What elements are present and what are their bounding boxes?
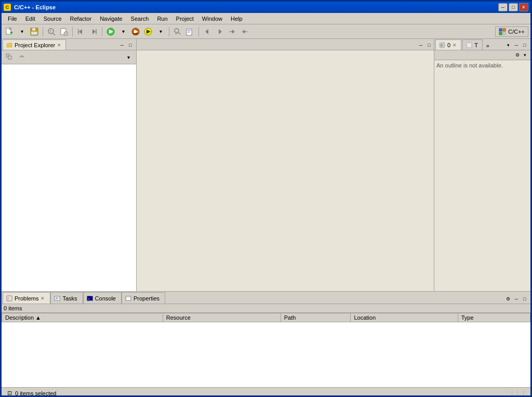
bottom-panels: ! Problems ✕ Tasks >_	[2, 291, 530, 387]
menu-help[interactable]: Help	[227, 15, 247, 23]
external-tools-button[interactable]	[142, 26, 154, 37]
menu-navigate[interactable]: Navigate	[96, 15, 126, 23]
svg-marker-34	[232, 30, 235, 34]
tasks-tab[interactable]: Tasks	[50, 292, 83, 304]
new-dropdown-button[interactable]: ▾	[16, 26, 28, 37]
outline-extra-tabs-btn[interactable]: »	[484, 42, 492, 50]
nav-prev-button[interactable]	[202, 26, 213, 37]
outline-content: An outline is not available.	[434, 60, 530, 291]
link-editor-button[interactable]	[16, 51, 28, 63]
project-explorer-content	[2, 64, 136, 291]
outline-zero-icon: 0	[439, 42, 445, 48]
svg-rect-5	[32, 28, 35, 31]
view-menu-button[interactable]: ▾	[123, 51, 134, 63]
outline-minimize-btn[interactable]: ─	[513, 42, 520, 49]
editor-tab-bar: ─ □	[137, 39, 434, 50]
svg-text:T: T	[49, 30, 52, 33]
search-prev-button[interactable]	[172, 26, 183, 37]
outline-action-btn[interactable]: ⚙	[514, 51, 521, 59]
menu-bar: File Edit Source Refactor Navigate Searc…	[2, 13, 530, 24]
svg-rect-37	[499, 29, 502, 31]
svg-line-8	[53, 33, 55, 35]
tasks-tab-label: Tasks	[62, 295, 77, 302]
col-path[interactable]: Path	[281, 313, 351, 322]
window-title: C/C++ - Eclipse	[14, 4, 56, 10]
bottom-minimize-btn[interactable]: ─	[513, 295, 520, 303]
collapse-all-button[interactable]	[4, 51, 15, 63]
restore-button[interactable]: □	[509, 3, 518, 11]
top-panels: Project Explorer ✕ ─ □	[2, 39, 530, 291]
run-dropdown-button[interactable]: ▾	[117, 26, 129, 37]
maximize-panel-btn[interactable]: □	[127, 42, 134, 49]
editor-maximize-btn[interactable]: □	[425, 42, 433, 49]
nav-forward-button[interactable]	[239, 26, 250, 37]
outline-tab-0-close[interactable]: ✕	[453, 43, 457, 48]
svg-rect-6	[31, 32, 37, 35]
problems-tab-label: Problems	[15, 295, 38, 302]
menu-refactor[interactable]: Refactor	[66, 15, 96, 23]
editor-controls: ─ □	[416, 40, 434, 50]
nav-next-button[interactable]	[214, 26, 225, 37]
svg-rect-42	[8, 56, 11, 59]
col-description[interactable]: Description ▲	[2, 313, 163, 322]
toolbar-sep-1	[43, 27, 43, 36]
outline-menu-btn[interactable]: ▾	[521, 51, 528, 59]
svg-text:>_: >_	[88, 297, 92, 300]
search-next-button[interactable]	[184, 26, 196, 37]
prev-edit-button[interactable]	[75, 26, 87, 37]
project-explorer-panel: Project Explorer ✕ ─ □	[2, 39, 137, 291]
problems-tab-close[interactable]: ✕	[41, 296, 45, 301]
toolbar: ▾ T	[2, 24, 530, 39]
outline-view-menu-btn[interactable]: ▾	[504, 42, 512, 49]
menu-source[interactable]: Source	[39, 15, 66, 23]
save-button[interactable]	[29, 26, 40, 37]
title-controls[interactable]: ─ □ ✕	[498, 3, 528, 11]
status-icon: ⊡	[6, 390, 13, 397]
console-tab[interactable]: >_ Console	[83, 292, 122, 304]
properties-tab[interactable]: Properties	[122, 292, 165, 304]
svg-marker-14	[79, 29, 82, 34]
debug-button[interactable]	[130, 26, 141, 37]
minimize-panel-btn[interactable]: ─	[118, 42, 126, 49]
toolbar-sep-4	[169, 27, 169, 36]
console-icon: >_	[87, 295, 93, 302]
outline-tab-t[interactable]: T	[462, 39, 483, 50]
menu-project[interactable]: Project	[172, 15, 198, 23]
problems-table-container[interactable]: Description ▲ Resource Path Location Typ	[2, 313, 530, 387]
menu-search[interactable]: Search	[127, 15, 153, 23]
problems-icon: !	[6, 295, 12, 302]
next-edit-button[interactable]	[88, 26, 99, 37]
properties-tab-label: Properties	[134, 295, 159, 302]
open-type-button[interactable]: T	[46, 26, 57, 37]
project-explorer-controls: ─ □	[117, 40, 135, 50]
menu-run[interactable]: Run	[153, 15, 171, 23]
perspective-button[interactable]: C/C++	[495, 26, 528, 37]
svg-rect-47	[467, 43, 472, 48]
project-explorer-close-btn[interactable]: ✕	[57, 43, 61, 48]
editor-content[interactable]	[137, 50, 434, 291]
col-type[interactable]: Type	[458, 313, 530, 322]
close-button[interactable]: ✕	[519, 3, 528, 11]
open-resource-button[interactable]	[58, 26, 70, 37]
editor-minimize-btn[interactable]: ─	[417, 42, 424, 49]
outline-maximize-btn[interactable]: □	[521, 42, 528, 49]
menu-edit[interactable]: Edit	[21, 15, 39, 23]
svg-rect-55	[126, 296, 131, 300]
problems-tab[interactable]: ! Problems ✕	[3, 292, 50, 304]
main-area: Project Explorer ✕ ─ □	[2, 39, 530, 387]
project-explorer-tab[interactable]: Project Explorer ✕	[3, 39, 66, 50]
col-location[interactable]: Location	[351, 313, 458, 322]
svg-point-25	[175, 29, 179, 33]
bottom-maximize-btn[interactable]: □	[521, 295, 528, 303]
new-file-button[interactable]	[4, 26, 15, 37]
menu-file[interactable]: File	[4, 15, 21, 23]
nav-last-button[interactable]	[227, 26, 238, 37]
tools-dropdown-button[interactable]: ▾	[155, 26, 166, 37]
run-button[interactable]	[105, 26, 116, 37]
menu-window[interactable]: Window	[198, 15, 227, 23]
editor-area: ─ □	[137, 39, 434, 291]
outline-tab-0[interactable]: 0 0 ✕	[435, 39, 461, 50]
bottom-view-menu-btn[interactable]: ⚙	[504, 295, 512, 303]
minimize-button[interactable]: ─	[498, 3, 508, 11]
col-resource[interactable]: Resource	[163, 313, 281, 322]
